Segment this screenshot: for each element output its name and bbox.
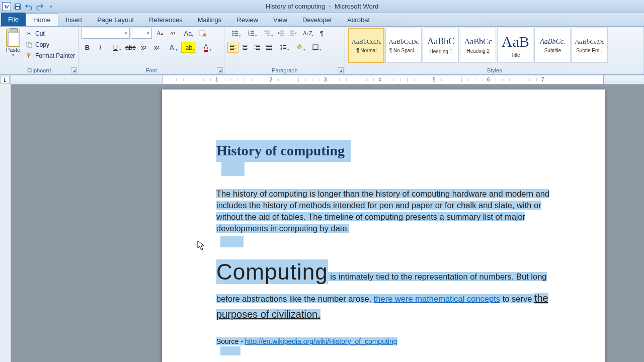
highlight-button[interactable]: ab <box>181 42 196 53</box>
titlebar: W ▾ History of computing - Microsoft Wor… <box>0 0 644 13</box>
qat-dropdown-icon[interactable]: ▾ <box>46 2 55 11</box>
svg-rect-7 <box>200 31 204 36</box>
svg-rect-13 <box>234 35 238 35</box>
borders-button[interactable] <box>308 42 323 53</box>
style-item-3[interactable]: AaBbCcHeading 2 <box>460 28 496 63</box>
group-paragraph: 123 A↓Z ¶ <box>224 27 345 74</box>
file-tab[interactable]: File <box>1 13 26 26</box>
tab-selector-icon[interactable]: L <box>1 76 10 84</box>
paragraph-2[interactable]: Computing is intimately tied to the repr… <box>216 254 550 322</box>
document-area[interactable]: 1234567 History of computing The history… <box>11 75 644 362</box>
underline-button[interactable]: U <box>108 42 123 53</box>
tab-mailings[interactable]: Mailings <box>190 13 229 26</box>
svg-rect-19 <box>251 35 254 35</box>
redo-icon[interactable] <box>35 2 44 11</box>
copy-button[interactable]: Copy <box>25 40 75 50</box>
svg-rect-46 <box>283 47 286 47</box>
undo-icon[interactable] <box>24 2 33 11</box>
svg-rect-41 <box>266 45 272 45</box>
style-item-6[interactable]: AaBbCcDcSubtle Em... <box>572 28 608 63</box>
source-line[interactable]: Source - http://en.wikipedia.org/wiki/Hi… <box>216 337 550 345</box>
font-dialog-launcher[interactable]: ◢ <box>217 67 223 73</box>
svg-rect-45 <box>283 45 286 46</box>
font-color-button[interactable]: A <box>198 42 213 53</box>
subscript-button[interactable]: x2 <box>138 42 149 53</box>
bold-button[interactable]: B <box>82 42 93 53</box>
tab-insert[interactable]: Insert <box>58 13 90 26</box>
svg-rect-22 <box>267 35 270 35</box>
style-item-1[interactable]: AaBbCcDc¶ No Spaci... <box>385 28 422 63</box>
style-preview: AaBbCc. <box>540 38 565 46</box>
show-hide-button[interactable]: ¶ <box>316 28 327 39</box>
change-case-button[interactable]: Aa <box>180 28 195 39</box>
tab-view[interactable]: View <box>266 13 295 26</box>
svg-rect-4 <box>28 43 32 47</box>
window-title: History of computing - Microsoft Word <box>266 3 378 10</box>
tab-home[interactable]: Home <box>26 13 58 26</box>
svg-point-10 <box>232 33 234 34</box>
style-item-5[interactable]: AaBbCc.Subtitle <box>534 28 571 63</box>
font-size-combo[interactable] <box>132 28 152 39</box>
cut-button[interactable]: ✂ Cut <box>25 29 75 39</box>
justify-button[interactable] <box>264 42 275 53</box>
selection-block <box>220 346 240 355</box>
tab-review[interactable]: Review <box>229 13 266 26</box>
style-item-4[interactable]: AaBTitle <box>497 28 533 63</box>
numbering-button[interactable]: 123 <box>244 28 259 39</box>
word-logo-icon: W <box>2 2 11 11</box>
paragraph-1[interactable]: The history of computing is longer than … <box>216 188 550 234</box>
save-icon[interactable] <box>13 2 22 11</box>
svg-rect-29 <box>230 45 236 45</box>
shading-button[interactable] <box>292 42 307 53</box>
document-page[interactable]: History of computing The history of comp… <box>162 89 605 362</box>
tab-acrobat[interactable]: Acrobat <box>340 13 377 26</box>
line-spacing-button[interactable] <box>276 42 291 53</box>
svg-rect-24 <box>280 33 284 33</box>
style-item-2[interactable]: AaBbCHeading 1 <box>423 28 459 63</box>
clear-formatting-button[interactable] <box>197 28 208 39</box>
tab-developer[interactable]: Developer <box>295 13 340 26</box>
shrink-font-button[interactable]: A▾ <box>167 28 178 39</box>
svg-rect-36 <box>243 49 247 50</box>
source-link[interactable]: http://en.wikipedia.org/wiki/History_of_… <box>245 337 397 345</box>
svg-rect-37 <box>254 45 260 45</box>
group-label-paragraph: Paragraph <box>227 67 342 74</box>
svg-rect-44 <box>266 49 272 50</box>
tab-references[interactable]: References <box>141 13 190 26</box>
svg-rect-26 <box>290 31 294 31</box>
align-left-button[interactable] <box>227 42 238 53</box>
align-center-button[interactable] <box>239 42 251 53</box>
grow-font-button[interactable]: A▴ <box>154 28 165 39</box>
style-name: ¶ Normal <box>356 48 376 53</box>
paragraph-dialog-launcher[interactable]: ◢ <box>338 67 344 73</box>
multilevel-list-button[interactable] <box>260 28 275 39</box>
italic-button[interactable]: I <box>95 42 106 53</box>
format-painter-button[interactable]: Format Painter <box>25 51 75 61</box>
svg-rect-25 <box>280 35 284 35</box>
decrease-indent-button[interactable] <box>276 28 287 39</box>
paste-button[interactable]: Paste ▾ <box>3 28 23 57</box>
styles-gallery: AaBbCcDc¶ NormalAaBbCcDc¶ No Spaci...AaB… <box>348 28 609 65</box>
sort-button[interactable]: A↓Z <box>300 28 315 39</box>
horizontal-ruler[interactable]: 1234567 <box>11 75 644 84</box>
svg-rect-28 <box>290 35 294 35</box>
strikethrough-button[interactable]: abc <box>125 42 136 53</box>
style-name: ¶ No Spaci... <box>389 48 418 53</box>
doc-heading[interactable]: History of computing <box>216 140 351 162</box>
svg-rect-32 <box>230 49 234 50</box>
text-effects-button[interactable]: A <box>164 42 179 53</box>
hyperlink[interactable]: there were mathematical concepts <box>374 294 500 303</box>
tab-page-layout[interactable]: Page Layout <box>90 13 141 26</box>
svg-rect-43 <box>266 48 272 48</box>
group-clipboard: Paste ▾ ✂ Cut Copy Form <box>0 27 78 74</box>
group-font: A▴ A▾ Aa B I U abc x2 x2 A ab A Font ◢ <box>78 27 224 74</box>
increase-indent-button[interactable] <box>288 28 299 39</box>
clipboard-dialog-launcher[interactable]: ◢ <box>71 67 77 73</box>
ribbon: Paste ▾ ✂ Cut Copy Form <box>0 27 644 75</box>
style-item-0[interactable]: AaBbCcDc¶ Normal <box>348 28 384 63</box>
bullets-button[interactable] <box>227 28 243 39</box>
align-right-button[interactable] <box>252 42 263 53</box>
superscript-button[interactable]: x2 <box>151 42 162 53</box>
style-preview: AaB <box>502 33 529 50</box>
font-name-combo[interactable] <box>82 28 130 39</box>
